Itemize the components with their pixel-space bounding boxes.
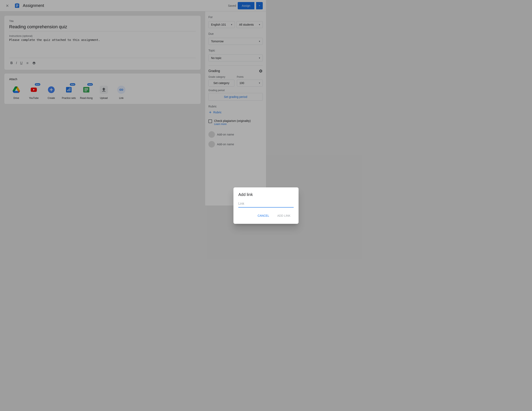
dialog-input-wrap (238, 201, 266, 206)
dialog-title: Add link (238, 192, 266, 197)
add-link-dialog: Add link Cancel Add link (233, 187, 266, 206)
modal-overlay[interactable]: Add link Cancel Add link (0, 0, 266, 206)
link-input[interactable] (238, 201, 266, 206)
